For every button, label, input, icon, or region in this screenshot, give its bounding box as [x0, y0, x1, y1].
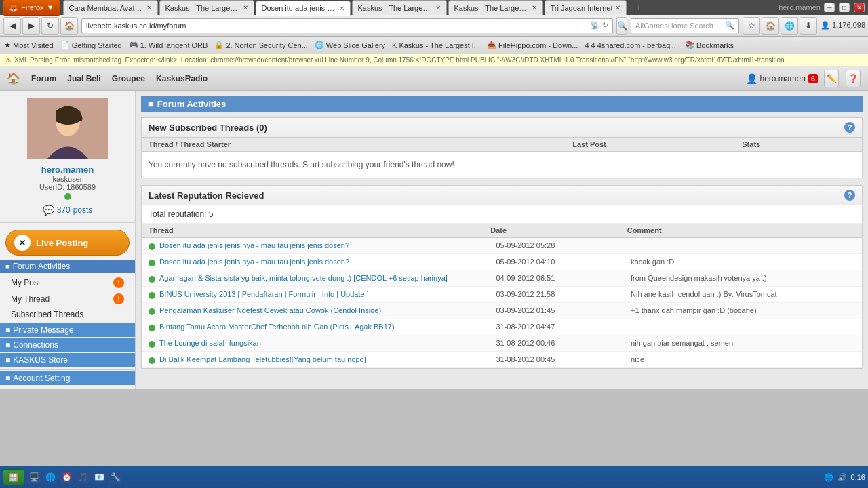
reputation-help-icon[interactable]: ?: [844, 190, 855, 201]
rep-thread-link[interactable]: Bintang Tamu Acara MasterChef Terheboh n…: [159, 323, 496, 331]
rep-thread-link[interactable]: Dosen itu ada jenis jenis nya - mau tau …: [159, 241, 496, 249]
firefox-icon: 🦊: [9, 3, 18, 12]
download-icon[interactable]: ⬇: [800, 17, 817, 35]
rep-thread-link[interactable]: BINUS University 2013 [ Pendaftaran | Fo…: [159, 290, 496, 298]
rep-thread-link[interactable]: The Lounge di salah fungsikan: [159, 339, 496, 347]
tab-close-icon[interactable]: ✕: [532, 4, 537, 12]
firefox-button[interactable]: 🦊 Firefox ▼: [3, 0, 60, 16]
edit-icon[interactable]: ✏️: [824, 70, 839, 87]
bookmark-item[interactable]: 🎮1. WildTangent ORB: [129, 41, 208, 49]
rep-thread-link[interactable]: Di Balik Keempat Lambang Teletubbies![Ya…: [159, 355, 496, 363]
site-nav-item[interactable]: KaskusRadio: [156, 74, 208, 83]
live-posting-button[interactable]: ✕ Live Posting: [5, 230, 130, 256]
browser-tab[interactable]: Dosen itu ada jenis jenis ...✕: [256, 1, 351, 16]
home-icon2[interactable]: 🏠: [762, 17, 779, 35]
forum-activities-section[interactable]: ■ Forum Activities: [0, 260, 135, 273]
rep-thread-link[interactable]: Pengalaman Kaskuser Ngetest Cewek atau C…: [159, 306, 496, 314]
search-submit-icon[interactable]: 🔍: [725, 21, 734, 30]
site-home-icon[interactable]: 🏠: [7, 72, 20, 85]
private-message-section[interactable]: ■ Private Message: [0, 323, 135, 337]
kaskus-store-section[interactable]: ■ KASKUS Store: [0, 353, 135, 367]
back-button[interactable]: ◀: [3, 17, 21, 35]
menu-badge: !: [113, 277, 124, 288]
tab-close-icon[interactable]: ✕: [435, 4, 441, 12]
notification-count[interactable]: 6: [808, 74, 818, 83]
connections-section[interactable]: ■ Connections: [0, 338, 135, 352]
minimize-button[interactable]: ─: [824, 3, 835, 12]
tab-close-icon[interactable]: ✕: [146, 4, 152, 12]
bookmark-item[interactable]: 📄Getting Started: [60, 41, 122, 49]
subscribed-help-icon[interactable]: ?: [844, 122, 855, 133]
bookmark-item[interactable]: 📥FileHippo.com - Down...: [487, 41, 578, 49]
forward-button[interactable]: ▶: [22, 17, 40, 35]
account-setting-section[interactable]: ■ Account Setting: [0, 371, 135, 385]
sidebar-menu-item[interactable]: Subscribed Threads: [0, 307, 135, 322]
bookmark-item[interactable]: 🌐Web Slice Gallery: [315, 41, 385, 49]
clock: 0:16: [851, 473, 865, 481]
bookmark-item[interactable]: 📚Bookmarks: [685, 41, 734, 49]
error-icon: ⚠: [5, 56, 12, 64]
start-button[interactable]: 🪟: [3, 469, 24, 485]
taskbar-right: 🌐 🔊 0:16: [824, 473, 865, 482]
browser-tab[interactable]: Tri Jagoan Internet✕: [545, 0, 627, 15]
user-avatar-icon: 👤: [746, 73, 757, 84]
taskbar-app-icon[interactable]: 🖥️: [27, 470, 41, 484]
bookmark-icon: 📄: [60, 41, 70, 49]
sidebar-menu-item[interactable]: My Thread!: [0, 291, 135, 307]
search-bar[interactable]: AllGamesHome Search 🔍: [631, 18, 739, 33]
username-display[interactable]: hero.mamen: [760, 74, 806, 83]
site-nav-item[interactable]: Groupee: [112, 74, 145, 83]
close-button[interactable]: ✕: [854, 3, 865, 12]
rep-thread-link[interactable]: Agan-agan & Sista-sista yg baik, minta t…: [159, 274, 496, 282]
sidebar: hero.mamen kaskuser UserID: 1860589 💬 37…: [0, 91, 136, 389]
account-label: Account Setting: [13, 373, 70, 383]
sidebar-menu-items: My Post!My Thread!Subscribed Threads: [0, 274, 135, 322]
bookmark-icon: K: [392, 41, 397, 49]
bookmark-item[interactable]: 44 4shared.com - berbagi...: [585, 41, 678, 49]
tools-icon[interactable]: 🌐: [781, 17, 798, 35]
help-icon[interactable]: ❓: [846, 70, 861, 87]
site-nav-item[interactable]: Jual Beli: [67, 74, 100, 83]
browser-tab[interactable]: Cara Membuat Avatar Ka...✕: [63, 0, 158, 15]
taskbar: 🪟 🖥️🌐⏰🎵📧🔧 🌐 🔊 0:16: [0, 466, 868, 488]
site-nav-item[interactable]: Forum: [31, 74, 56, 83]
bookmark-item[interactable]: ★Most Visited: [4, 41, 54, 49]
bookmark-star[interactable]: ☆: [743, 17, 760, 35]
address-bar[interactable]: livebeta.kaskus.co.id/myforum 📡 ↻: [81, 18, 613, 33]
main-content: ■ Forum Activities New Subscribed Thread…: [136, 91, 868, 389]
store-icon: ■: [5, 355, 10, 365]
tab-close-icon[interactable]: ✕: [243, 4, 248, 12]
col-last-post: Last Post: [572, 140, 742, 148]
taskbar-app-icon[interactable]: 🎵: [76, 470, 90, 484]
rep-thread-link[interactable]: Dosen itu ada jenis jenis nya - mau tau …: [159, 258, 496, 266]
rep-comment: kocak gan :D: [631, 258, 855, 266]
browser-tab[interactable]: Kaskus - The Largest Ind...✕: [448, 0, 543, 15]
posts-number: 370: [57, 205, 71, 215]
username[interactable]: hero.mamen: [7, 165, 128, 175]
online-indicator: [64, 193, 71, 200]
home-button[interactable]: 🏠: [60, 17, 78, 35]
maximize-button[interactable]: □: [839, 3, 850, 12]
site-header: 🏠 ForumJual BeliGroupeeKaskusRadio 👤 her…: [0, 66, 868, 91]
reputation-row: Pengalaman Kaskuser Ngetest Cewek atau C…: [142, 303, 862, 319]
bookmark-item[interactable]: 🔒2. Norton Security Cen...: [214, 41, 307, 49]
browser-tab[interactable]: Kaskus - The Largest Ind...✕: [352, 0, 447, 15]
taskbar-app-icon[interactable]: ⏰: [60, 470, 73, 484]
tab-close-icon[interactable]: ✕: [339, 5, 344, 12]
reputation-row: Dosen itu ada jenis jenis nya - mau tau …: [142, 238, 862, 254]
tab-close-icon[interactable]: ✕: [615, 4, 620, 12]
bookmark-item[interactable]: KKaskus - The Largest I...: [392, 41, 480, 49]
taskbar-app-icon[interactable]: 🔧: [108, 470, 122, 484]
new-tab-button[interactable]: +: [631, 0, 646, 15]
forum-activities-label: Forum Activities: [13, 262, 71, 271]
sidebar-menu-item[interactable]: My Post!: [0, 274, 135, 291]
taskbar-app-icon[interactable]: 🌐: [43, 470, 57, 484]
fa-icon: ■: [148, 99, 153, 109]
browser-tab[interactable]: Kaskus - The Largest Ind...✕: [159, 0, 254, 15]
taskbar-app-icon[interactable]: 📧: [92, 470, 106, 484]
rep-date: 05-09-2012 04:10: [496, 258, 631, 266]
bookmark-icon: 🔒: [214, 41, 224, 49]
refresh-icon[interactable]: ↻: [602, 21, 608, 30]
reload-button[interactable]: ↻: [41, 17, 59, 35]
bookmark-label: Most Visited: [13, 41, 54, 49]
